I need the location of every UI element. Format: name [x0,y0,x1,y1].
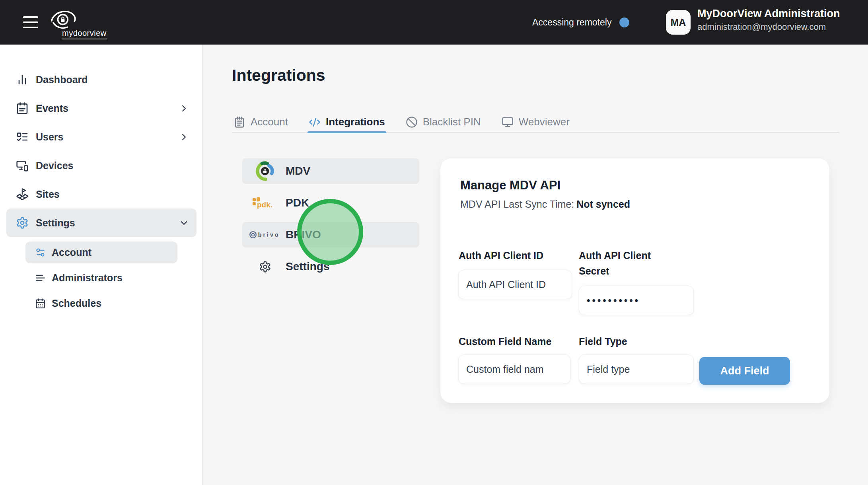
add-field-button[interactable]: Add Field [699,357,790,385]
brivo-logo: brivo [247,224,282,246]
tab-account[interactable]: Account [232,112,289,132]
ban-icon [406,116,418,128]
integration-label: PDK [286,197,309,209]
sidebar-item-sites[interactable]: Sites [6,180,197,208]
land-plot-icon [16,188,29,201]
integration-row-mdv[interactable]: MDV [242,158,419,184]
bar-chart-icon [16,73,29,86]
client-secret-input[interactable] [579,286,694,315]
devices-icon [16,159,29,172]
client-id-label: Auth API Client ID [459,248,543,263]
app-root: mydoorview Accessing remotely MA MyDoorV… [0,0,868,485]
field-type-input[interactable] [579,354,694,384]
mydoorview-logo: mydoorview [48,5,123,41]
sidebar-item-label: Sites [36,189,60,200]
tab-label: Webviewer [519,116,570,128]
mdv-logo [247,160,282,182]
custom-field-name-input[interactable] [458,354,570,384]
integration-row-pdk[interactable]: pdk. PDK [242,190,419,216]
gear-icon [16,216,29,229]
code-icon [309,116,321,128]
integration-row-settings[interactable]: Settings [242,254,419,279]
settings-submenu: AccountAdministratorsSchedules [25,242,177,318]
account-info: MyDoorView Administration administration… [697,8,840,31]
integration-label: BRIVO [286,228,321,241]
notepad-icon [234,116,245,128]
account-email: administration@mydoorview.com [697,23,840,31]
user-avatar[interactable]: MA [666,10,691,35]
checklist-icon [16,131,29,143]
sidebar-item-dashboard[interactable]: Dashboard [6,65,197,94]
sidebar-subitem-label: Administrators [52,272,123,284]
integration-row-brivo[interactable]: brivo BRIVO [242,222,419,247]
integration-label: MDV [286,165,310,177]
last-sync-line: MDV API Last Sync Time:Not synced [460,199,630,210]
svg-text:pdk.: pdk. [257,201,272,209]
manage-mdv-api-card: Manage MDV API MDV API Last Sync Time:No… [440,158,829,403]
client-id-input[interactable] [458,270,572,299]
status-dot-icon [619,18,629,27]
gear-icon [247,255,282,278]
svg-text:brivo: brivo [258,232,280,238]
sidebar-item-devices[interactable]: Devices [6,151,197,180]
monitor-icon [502,116,514,128]
sidebar-subitem-account[interactable]: Account [25,242,177,263]
integration-label: Settings [286,260,329,273]
chevron-right-icon [179,132,189,142]
last-sync-label: MDV API Last Sync Time: [460,199,574,210]
sidebar: DashboardEventsUsersDevicesSitesSettings… [0,45,203,485]
sidebar-item-label: Devices [36,160,74,171]
sliders-icon [35,247,46,258]
account-name: MyDoorView Administration [697,8,840,19]
sidebar-item-label: Events [36,103,68,114]
sidebar-item-label: Settings [36,217,75,229]
sidebar-item-users[interactable]: Users [6,123,197,151]
chevron-down-icon [179,218,189,228]
sidebar-item-events[interactable]: Events [6,94,197,123]
tab-webviewer[interactable]: Webviewer [500,112,571,132]
sidebar-subitem-label: Schedules [52,298,101,309]
top-bar: mydoorview Accessing remotely MA MyDoorV… [0,0,868,45]
page-title: Integrations [232,66,325,85]
logo-wordmark: mydoorview [62,29,107,39]
eye-lock-logo-icon [49,7,77,32]
text-lines-icon [35,273,46,283]
integrations-list: MDV pdk. PDK brivo BRIVOSettings [242,158,419,286]
sidebar-subitem-label: Account [52,247,91,258]
hamburger-menu-icon[interactable] [23,16,38,28]
tab-blacklist-pin[interactable]: Blacklist PIN [405,112,482,132]
sidebar-nav: DashboardEventsUsersDevicesSitesSettings [6,65,197,237]
tab-bar: AccountIntegrationsBlacklist PINWebviewe… [232,112,839,133]
sidebar-item-settings[interactable]: Settings [6,208,197,237]
calendar-dots-icon [35,298,46,309]
remote-status-label: Accessing remotely [532,17,611,28]
pdk-logo: pdk. [247,192,282,214]
tab-integrations[interactable]: Integrations [307,112,386,132]
sidebar-subitem-schedules[interactable]: Schedules [25,292,177,314]
client-secret-label: Auth API Client Secret [579,248,666,279]
sidebar-subitem-administrators[interactable]: Administrators [25,267,177,289]
last-sync-value: Not synced [576,199,630,210]
tab-label: Integrations [326,116,385,128]
chevron-right-icon [179,103,189,114]
tab-label: Blacklist PIN [423,116,481,128]
sidebar-item-label: Users [36,131,64,143]
calendar-icon [16,102,29,115]
custom-field-name-label: Custom Field Name [459,334,551,349]
panel-heading: Manage MDV API [460,178,561,193]
sidebar-item-label: Dashboard [36,74,88,86]
field-type-label: Field Type [579,334,627,349]
remote-status: Accessing remotely [532,0,629,45]
tab-label: Account [251,116,288,128]
